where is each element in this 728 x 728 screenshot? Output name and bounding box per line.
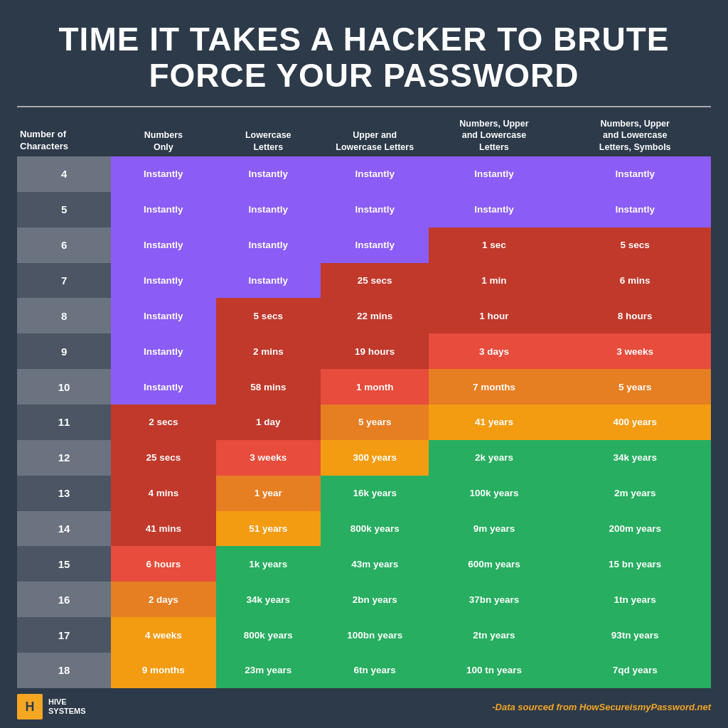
col-header-chars: Number ofCharacters — [17, 114, 111, 156]
data-cell: Instantly — [111, 156, 215, 192]
data-cell: 1tn years — [559, 582, 711, 617]
col-header-upper-lower: Upper andLowercase Letters — [321, 114, 429, 156]
table-row: 156 hours1k years43m years600m years15 b… — [17, 546, 711, 582]
logo-icon: H — [17, 694, 43, 719]
data-cell: Instantly — [216, 228, 321, 263]
data-cell: 25 secs — [111, 440, 215, 476]
table-row: 189 months23m years6tn years100 tn years… — [17, 653, 711, 688]
data-cell: 34k years — [559, 440, 711, 476]
password-table: Number ofCharacters NumbersOnly Lowercas… — [17, 114, 711, 688]
data-cell: Instantly — [216, 192, 321, 228]
footer: H HIVE SYSTEMS -Data sourced from HowSec… — [17, 694, 711, 719]
table-row: 134 mins1 year16k years100k years2m year… — [17, 476, 711, 511]
data-cell: 2 days — [111, 582, 215, 617]
data-cell: 8 hours — [559, 298, 711, 333]
logo-text: HIVE SYSTEMS — [48, 697, 86, 716]
data-cell: 7qd years — [559, 653, 711, 688]
data-cell: 41 years — [429, 405, 559, 440]
data-cell: 1 month — [321, 369, 429, 405]
table-row: 1225 secs3 weeks300 years2k years34k yea… — [17, 440, 711, 476]
data-cell: 22 mins — [321, 298, 429, 333]
data-cell: Instantly — [216, 263, 321, 299]
table-row: 6InstantlyInstantlyInstantly1 sec5 secs — [17, 228, 711, 263]
data-cell: 25 secs — [321, 263, 429, 299]
data-cell: 9m years — [429, 511, 559, 547]
char-count-cell: 8 — [17, 298, 111, 333]
char-count-cell: 11 — [17, 405, 111, 440]
data-cell: 5 years — [321, 405, 429, 440]
data-cell: 2 secs — [111, 405, 215, 440]
data-cell: 15 bn years — [559, 546, 711, 582]
char-count-cell: 4 — [17, 156, 111, 192]
char-count-cell: 7 — [17, 263, 111, 299]
table-header-row: Number ofCharacters NumbersOnly Lowercas… — [17, 114, 711, 156]
data-cell: 19 hours — [321, 333, 429, 369]
data-cell: 3 weeks — [216, 440, 321, 476]
data-cell: 2m years — [559, 476, 711, 511]
data-cell: 41 mins — [111, 511, 215, 547]
data-cell: 800k years — [321, 511, 429, 547]
data-cell: 7 months — [429, 369, 559, 405]
data-cell: 23m years — [216, 653, 321, 688]
table-row: 174 weeks800k years100bn years2tn years9… — [17, 617, 711, 653]
char-count-cell: 15 — [17, 546, 111, 582]
data-cell: 300 years — [321, 440, 429, 476]
data-cell: Instantly — [111, 298, 215, 333]
data-cell: 200m years — [559, 511, 711, 547]
table-row: 1441 mins51 years800k years9m years200m … — [17, 511, 711, 547]
data-cell: Instantly — [111, 333, 215, 369]
data-cell: 3 weeks — [559, 333, 711, 369]
col-header-all: Numbers, Upperand LowercaseLetters, Symb… — [559, 114, 711, 156]
data-cell: 1 year — [216, 476, 321, 511]
title-divider — [17, 106, 711, 107]
char-count-cell: 17 — [17, 617, 111, 653]
main-container: TIME IT TAKES A HACKER TO BRUTE FORCE YO… — [0, 0, 728, 728]
data-cell: 93tn years — [559, 617, 711, 653]
data-cell: Instantly — [429, 192, 559, 228]
data-cell: 1 min — [429, 263, 559, 299]
data-cell: 37bn years — [429, 582, 559, 617]
data-cell: 1 day — [216, 405, 321, 440]
char-count-cell: 6 — [17, 228, 111, 263]
data-cell: 51 years — [216, 511, 321, 547]
data-cell: 100 tn years — [429, 653, 559, 688]
table-row: 8Instantly5 secs22 mins1 hour8 hours — [17, 298, 711, 333]
data-cell: 2bn years — [321, 582, 429, 617]
data-cell: 100k years — [429, 476, 559, 511]
data-cell: 6 mins — [559, 263, 711, 299]
data-cell: 5 secs — [559, 228, 711, 263]
col-header-numbers: NumbersOnly — [111, 114, 215, 156]
data-cell: 2k years — [429, 440, 559, 476]
table-row: 7InstantlyInstantly25 secs1 min6 mins — [17, 263, 711, 299]
table-row: 5InstantlyInstantlyInstantlyInstantlyIns… — [17, 192, 711, 228]
data-cell: Instantly — [559, 192, 711, 228]
data-cell: 16k years — [321, 476, 429, 511]
col-header-lower: LowercaseLetters — [216, 114, 321, 156]
data-cell: Instantly — [111, 369, 215, 405]
data-cell: 1 hour — [429, 298, 559, 333]
data-cell: 1 sec — [429, 228, 559, 263]
char-count-cell: 18 — [17, 653, 111, 688]
data-cell: 9 months — [111, 653, 215, 688]
table-row: 4InstantlyInstantlyInstantlyInstantlyIns… — [17, 156, 711, 192]
data-cell: Instantly — [111, 263, 215, 299]
data-cell: Instantly — [111, 228, 215, 263]
data-cell: Instantly — [321, 156, 429, 192]
data-cell: 6 hours — [111, 546, 215, 582]
data-cell: Instantly — [321, 228, 429, 263]
data-cell: 2tn years — [429, 617, 559, 653]
data-cell: Instantly — [559, 156, 711, 192]
data-cell: 5 years — [559, 369, 711, 405]
char-count-cell: 10 — [17, 369, 111, 405]
data-cell: Instantly — [321, 192, 429, 228]
char-count-cell: 16 — [17, 582, 111, 617]
data-cell: 4 weeks — [111, 617, 215, 653]
data-cell: 800k years — [216, 617, 321, 653]
data-source: -Data sourced from HowSecureismyPassword… — [492, 702, 711, 712]
table-row: 10Instantly58 mins1 month7 months5 years — [17, 369, 711, 405]
table-row: 9Instantly2 mins19 hours3 days3 weeks — [17, 333, 711, 369]
char-count-cell: 5 — [17, 192, 111, 228]
logo: H HIVE SYSTEMS — [17, 694, 86, 719]
char-count-cell: 9 — [17, 333, 111, 369]
data-cell: 100bn years — [321, 617, 429, 653]
